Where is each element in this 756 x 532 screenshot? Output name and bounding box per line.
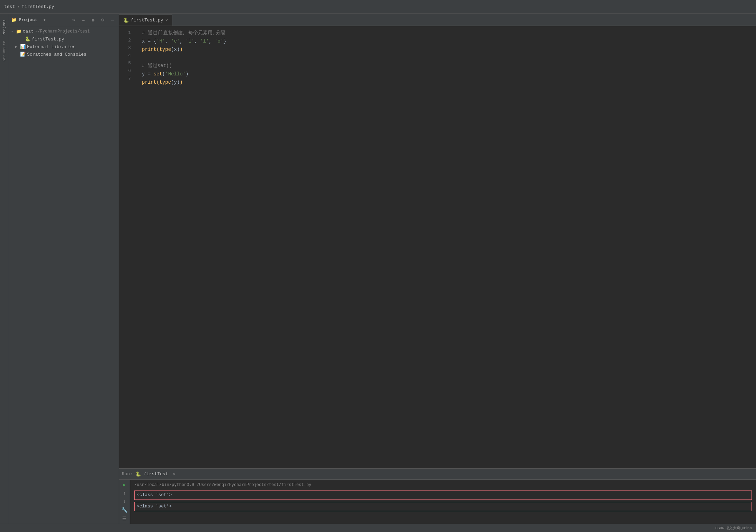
run-sidebar: ▶ ↑ ↓ 🔧 ☰ (119, 480, 130, 524)
breadcrumb-sep: › (17, 4, 20, 9)
line-numbers: 1 2 3 4 5 6 7 (119, 26, 136, 468)
title-bar: test › firstTest.py (0, 0, 756, 14)
run-panel-body: ▶ ↑ ↓ 🔧 ☰ /usr/local/bin/python3.9 /User… (119, 480, 756, 524)
sidebar-strip: Project Structure (0, 14, 8, 524)
arrow-lib-icon: ▶ (15, 45, 20, 49)
editor-tab-firsttest[interactable]: 🐍 firstTest.py ✕ (119, 15, 172, 26)
folder-test-icon: 📁 (16, 29, 21, 34)
code-line-1: # 通过{}直接创建, 每个元素用,分隔 (142, 30, 225, 36)
tab-bar: 🐍 firstTest.py ✕ (119, 14, 756, 26)
line-num-7: 7 (119, 75, 133, 83)
run-results: <class 'set'> <class 'set'> (134, 490, 752, 512)
tree-item-test[interactable]: ▾ 📁 test ~/PycharmProjects/test (8, 28, 119, 35)
code-line-5: # 通过set() (142, 63, 172, 68)
breadcrumb-file: firstTest.py (22, 4, 54, 9)
run-settings-button[interactable]: 🔧 (121, 507, 128, 513)
run-label: Run: (122, 471, 133, 477)
run-result-1: <class 'set'> (134, 490, 752, 500)
code-line-4 (142, 55, 145, 60)
sort-icon[interactable]: ⇅ (90, 17, 97, 23)
lib-icon: 📊 (20, 44, 26, 49)
project-tree: ▾ 📁 test ~/PycharmProjects/test 🐍 firstT… (8, 26, 119, 524)
run-scroll-button[interactable]: ☰ (121, 516, 128, 522)
list-icon[interactable]: ≡ (80, 17, 87, 23)
line-num-1: 1 (119, 29, 133, 37)
code-line-2: x = {'H', 'e', 'l', 'l', 'o'} (142, 38, 226, 44)
project-panel-icons: ⊕ ≡ ⇅ ⚙ — (70, 17, 116, 23)
run-command-line: /usr/local/bin/python3.9 /Users/wenqi/Py… (134, 482, 752, 488)
tree-label-firsttest: firstTest.py (32, 37, 64, 42)
line-num-3: 3 (119, 44, 133, 52)
tree-label-extlibs: External Libraries (27, 44, 75, 49)
editor-area: 🐍 firstTest.py ✕ 1 2 3 4 5 6 7 # 通过{}直接创… (119, 14, 756, 524)
line-num-4: 4 (119, 52, 133, 59)
tab-label: firstTest.py (131, 18, 163, 23)
run-tab-icon: 🐍 (135, 471, 141, 477)
sidebar-tab-structure[interactable]: Structure (1, 38, 7, 64)
tree-item-firsttest[interactable]: 🐍 firstTest.py (8, 35, 119, 43)
folder-icon: 📁 (11, 17, 17, 23)
code-line-7: print(type(y)) (142, 80, 183, 85)
scratch-icon: 📝 (20, 52, 26, 57)
tree-path-test: ~/PycharmProjects/test (35, 29, 90, 34)
py-file-icon: 🐍 (25, 36, 30, 42)
project-panel: 📁 Project ▾ ⊕ ≡ ⇅ ⚙ — ▾ 📁 test ~/Pycharm… (8, 14, 119, 524)
tree-label-test: test (23, 29, 34, 34)
run-result-2: <class 'set'> (134, 502, 752, 511)
tree-label-scratches: Scratches and Consoles (27, 52, 87, 57)
run-up-button[interactable]: ↑ (121, 490, 128, 496)
project-panel-header: 📁 Project ▾ ⊕ ≡ ⇅ ⚙ — (8, 14, 119, 26)
arrow-icon: ▾ (11, 29, 16, 34)
breadcrumb-project: test (4, 4, 15, 9)
tab-close-button[interactable]: ✕ (165, 18, 168, 23)
run-tab-close[interactable]: ✕ (171, 471, 178, 477)
sidebar-tab-project[interactable]: Project (1, 17, 7, 38)
status-bar: CSDN @文大奇Quinn (0, 524, 756, 532)
tab-py-icon: 🐍 (123, 18, 129, 23)
add-icon[interactable]: ⊕ (70, 17, 77, 23)
tree-item-extlibs[interactable]: ▶ 📊 External Libraries (8, 43, 119, 51)
code-line-3: print(type(x)) (142, 47, 183, 52)
run-panel-header: Run: 🐍 firstTest ✕ (119, 469, 756, 480)
settings-icon[interactable]: ⚙ (99, 17, 106, 23)
main-layout: Project Structure 📁 Project ▾ ⊕ ≡ ⇅ ⚙ — … (0, 14, 756, 524)
minimize-icon[interactable]: — (109, 17, 116, 23)
code-editor[interactable]: 1 2 3 4 5 6 7 # 通过{}直接创建, 每个元素用,分隔 x = {… (119, 26, 756, 468)
code-content: # 通过{}直接创建, 每个元素用,分隔 x = {'H', 'e', 'l',… (136, 26, 756, 468)
tree-item-scratches[interactable]: 📝 Scratches and Consoles (8, 51, 119, 58)
run-down-button[interactable]: ↓ (121, 499, 128, 504)
line-num-6: 6 (119, 67, 133, 75)
line-num-2: 2 (119, 37, 133, 44)
breadcrumb: test › firstTest.py (4, 4, 54, 9)
run-panel: Run: 🐍 firstTest ✕ ▶ ↑ ↓ 🔧 ☰ /usr/local/… (119, 468, 756, 524)
run-tab-name[interactable]: firstTest (144, 471, 168, 477)
code-line-6: y = set('Hello') (142, 71, 188, 77)
project-panel-title: Project (19, 17, 38, 22)
run-output: /usr/local/bin/python3.9 /Users/wenqi/Py… (130, 480, 756, 524)
status-text: CSDN @文大奇Quinn (715, 525, 752, 531)
dropdown-arrow-icon[interactable]: ▾ (41, 17, 48, 23)
line-num-5: 5 (119, 59, 133, 67)
run-play-button[interactable]: ▶ (121, 482, 128, 488)
